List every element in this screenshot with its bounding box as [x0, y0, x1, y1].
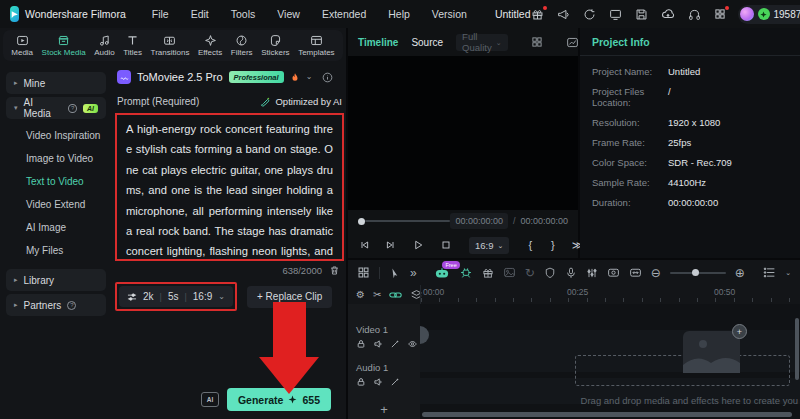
chevron-down-icon[interactable]: ⌄: [785, 269, 791, 276]
lock-icon[interactable]: [356, 377, 366, 387]
sidebar-group-ai-media[interactable]: ▾ AI Media ? AI: [6, 97, 106, 119]
play-button[interactable]: [412, 239, 424, 251]
help-icon[interactable]: ?: [68, 104, 77, 113]
scrubber-track[interactable]: [365, 220, 450, 222]
more-tools-icon[interactable]: »: [410, 267, 417, 279]
model-selector[interactable]: ToMoviee 2.5 Pro Professional ⌄: [115, 65, 344, 89]
tab-stickers[interactable]: Stickers: [259, 34, 291, 57]
previous-frame-button[interactable]: [359, 239, 371, 251]
chevron-down-icon[interactable]: ⌄: [306, 73, 313, 81]
tab-audio[interactable]: Audio: [92, 34, 116, 57]
audio-mixer-icon[interactable]: [586, 267, 598, 279]
video-viewport[interactable]: [348, 56, 578, 210]
sidebar-item-video-extend[interactable]: Video Extend: [4, 193, 108, 216]
horizontal-scrollbar[interactable]: [422, 412, 792, 417]
prompt-textarea[interactable]: A high-energy rock concert featuring thr…: [115, 113, 344, 261]
transitions-icon: [163, 34, 176, 47]
sidebar-group-mine[interactable]: ▸ Mine: [6, 72, 106, 94]
info-icon[interactable]: [322, 72, 333, 83]
prompt-label: Prompt (Required): [117, 96, 199, 107]
gift-icon[interactable]: [531, 8, 544, 21]
vertical-scrollbar[interactable]: [795, 318, 799, 380]
multi-view-icon[interactable]: [531, 36, 543, 48]
mute-icon[interactable]: [373, 377, 383, 387]
tab-source-preview[interactable]: Source: [411, 37, 443, 48]
timeline-lanes[interactable]: + Drag and drop media and effects here t…: [420, 304, 800, 419]
user-avatar[interactable]: [740, 7, 754, 21]
display-icon[interactable]: [609, 8, 622, 21]
sidebar-item-image-to-video[interactable]: Image to Video: [4, 147, 108, 170]
sidebar-item-text-to-video[interactable]: Text to Video: [4, 170, 108, 193]
mark-in-icon[interactable]: {: [528, 240, 532, 251]
cloud-upload-icon[interactable]: [661, 7, 675, 21]
shield-icon[interactable]: [544, 267, 556, 279]
media-placeholder[interactable]: +: [683, 331, 740, 373]
timeline-ruler[interactable]: 00:00 00:25 00:50: [420, 285, 800, 304]
scopes-icon[interactable]: [566, 36, 579, 49]
add-media-icon[interactable]: +: [732, 324, 747, 339]
sidebar-group-library[interactable]: ▸ Library: [6, 269, 106, 291]
wand-icon[interactable]: [390, 377, 400, 387]
generation-settings-dropdown[interactable]: 2k | 5s | 16:9 ⌄: [119, 286, 233, 307]
microphone-icon[interactable]: [565, 267, 577, 279]
menu-version[interactable]: Version: [432, 8, 467, 20]
eye-icon[interactable]: [407, 339, 418, 349]
scrubber-handle[interactable]: [358, 218, 365, 225]
menu-edit[interactable]: Edit: [191, 8, 209, 20]
trash-icon[interactable]: [329, 265, 340, 276]
sidebar-item-my-files[interactable]: My Files: [4, 239, 108, 262]
tab-templates[interactable]: Templates: [296, 34, 336, 57]
sidebar-group-partners[interactable]: ▸ Partners ?: [6, 294, 106, 316]
help-icon[interactable]: ?: [67, 301, 76, 310]
track-settings-gear-icon[interactable]: ⚙: [356, 290, 365, 300]
sliders-icon: [127, 292, 137, 302]
wand-icon[interactable]: [390, 339, 400, 349]
zoom-slider[interactable]: [670, 272, 726, 274]
sidebar-item-ai-image[interactable]: AI Image: [4, 216, 108, 239]
menu-file[interactable]: File: [152, 8, 169, 20]
megaphone-icon[interactable]: [557, 8, 570, 21]
gift-box-icon[interactable]: [482, 267, 494, 279]
zoom-in-icon[interactable]: ⊕: [735, 267, 745, 279]
apps-grid-icon[interactable]: [714, 8, 726, 20]
fit-to-timeline-icon[interactable]: [629, 266, 642, 279]
sidebar-item-video-inspiration[interactable]: Video Inspiration: [4, 124, 108, 147]
split-scissors-icon[interactable]: ✂: [373, 290, 381, 300]
screen-record-icon[interactable]: [607, 266, 620, 279]
tab-filters[interactable]: Filters: [229, 34, 255, 57]
share-icon[interactable]: [583, 8, 596, 21]
zoom-slider-handle[interactable]: [692, 269, 699, 276]
menu-bar: File Edit Tools View Extended Help Versi…: [152, 8, 467, 20]
tab-effects[interactable]: Effects: [196, 34, 224, 57]
add-track-button[interactable]: +: [380, 402, 388, 417]
tab-transitions[interactable]: Transitions: [149, 34, 192, 57]
next-frame-button[interactable]: [384, 239, 396, 251]
optimized-by-ai-toggle[interactable]: Optimized by AI: [260, 96, 342, 107]
plugin-icon[interactable]: [459, 266, 473, 279]
save-icon[interactable]: [635, 8, 648, 21]
mute-icon[interactable]: [373, 339, 383, 349]
tab-timeline-preview[interactable]: Timeline: [358, 37, 398, 48]
track-height-icon[interactable]: [763, 266, 776, 279]
mark-out-icon[interactable]: }: [551, 240, 555, 251]
menu-help[interactable]: Help: [388, 8, 410, 20]
tab-titles[interactable]: Titles: [121, 34, 144, 57]
aspect-ratio-dropdown[interactable]: 16:9 ⌄: [469, 237, 509, 254]
ai-translate-icon[interactable]: AI: [201, 392, 219, 407]
info-label: Sample Rate:: [592, 177, 656, 188]
menu-view[interactable]: View: [277, 8, 300, 20]
menu-extended[interactable]: Extended: [322, 8, 366, 20]
stop-button[interactable]: [440, 239, 452, 251]
lock-icon[interactable]: [356, 339, 366, 349]
media-browser-icon[interactable]: [357, 266, 370, 279]
link-clips-icon[interactable]: [389, 290, 402, 300]
zoom-out-icon[interactable]: ⊖: [651, 267, 661, 279]
ai-assistant-icon[interactable]: Free: [434, 266, 450, 280]
account-pill[interactable]: 19587 +: [738, 5, 800, 24]
tab-media[interactable]: Media: [9, 34, 35, 57]
select-tool-icon[interactable]: [389, 267, 401, 279]
tab-stock-media[interactable]: Stock Media: [40, 34, 88, 57]
menu-tools[interactable]: Tools: [231, 8, 256, 20]
quality-dropdown[interactable]: Full Quality ⌄: [456, 34, 507, 51]
headset-icon[interactable]: [688, 8, 701, 21]
